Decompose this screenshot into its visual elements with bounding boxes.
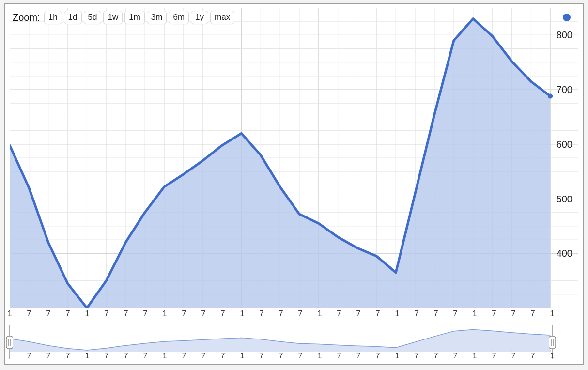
y-tick-400: 400 [557, 248, 573, 259]
x-tick-overview-23: 1 [473, 352, 477, 360]
zoom-1m[interactable]: 1m [124, 11, 145, 24]
x-tick-main-22: 7 [433, 309, 438, 319]
x-tick-main-18: 7 [356, 309, 360, 319]
x-tick-main-3: 7 [65, 309, 70, 319]
y-tick-800: 800 [557, 30, 573, 41]
x-tick-overview-9: 7 [201, 352, 206, 360]
x-tick-main-10: 7 [201, 309, 205, 319]
x-tick-overview-26: 7 [531, 352, 535, 360]
chart-frame: Zoom: 1h 1d 5d 1w 1m 3m 6m 1y max 400500… [4, 3, 584, 365]
y-tick-500: 500 [557, 193, 573, 204]
x-tick-main-6: 7 [124, 309, 128, 319]
x-tick-overview-21: 7 [434, 352, 438, 360]
x-tick-main-2: 7 [46, 309, 50, 319]
x-axis-main: 17771777177717771777177717771 [10, 309, 580, 321]
x-tick-overview-18: 7 [376, 352, 380, 360]
svg-rect-117 [6, 336, 13, 349]
x-tick-main-17: 7 [337, 309, 341, 319]
x-tick-overview-4: 7 [105, 352, 109, 360]
x-tick-overview-19: 1 [395, 352, 400, 360]
y-tick-700: 700 [557, 84, 573, 95]
x-tick-main-25: 7 [492, 309, 496, 319]
x-tick-main-24: 1 [472, 309, 477, 319]
x-tick-main-15: 7 [298, 309, 302, 319]
x-tick-overview-6: 7 [143, 352, 148, 360]
x-tick-overview-1: 7 [46, 352, 51, 360]
x-tick-overview-20: 7 [415, 352, 419, 360]
x-tick-main-0: 1 [7, 309, 12, 319]
x-tick-overview-11: 1 [240, 352, 245, 360]
y-tick-600: 600 [557, 139, 573, 150]
x-tick-overview-0: 7 [27, 352, 31, 360]
overview-chart[interactable] [10, 326, 578, 352]
zoom-1d[interactable]: 1d [64, 11, 82, 24]
x-tick-overview-3: 1 [85, 352, 90, 360]
x-tick-main-9: 7 [182, 309, 186, 319]
x-tick-overview-22: 7 [453, 352, 458, 360]
zoom-max[interactable]: max [210, 11, 234, 24]
zoom-controls: Zoom: 1h 1d 5d 1w 1m 3m 6m 1y max [13, 11, 234, 24]
x-tick-main-21: 7 [414, 309, 418, 319]
legend-series-1-dot [563, 14, 571, 21]
zoom-3m[interactable]: 3m [147, 11, 167, 24]
x-tick-overview-2: 7 [66, 352, 70, 360]
x-tick-overview-13: 7 [279, 352, 283, 360]
x-tick-overview-14: 7 [298, 352, 303, 360]
range-handle-right[interactable] [549, 325, 556, 359]
x-tick-main-23: 7 [453, 309, 457, 319]
zoom-1h[interactable]: 1h [44, 11, 62, 24]
zoom-label: Zoom: [13, 12, 40, 23]
x-tick-overview-5: 7 [124, 352, 128, 360]
x-tick-overview-15: 1 [318, 352, 322, 360]
main-chart[interactable] [10, 8, 578, 308]
x-tick-overview-24: 7 [492, 352, 496, 360]
x-tick-overview-8: 7 [182, 352, 186, 360]
x-tick-main-27: 7 [530, 309, 535, 319]
zoom-6m[interactable]: 6m [169, 11, 189, 24]
x-tick-main-28: 1 [550, 309, 554, 319]
zoom-1w[interactable]: 1w [103, 11, 123, 24]
zoom-1y[interactable]: 1y [191, 11, 208, 24]
svg-point-58 [548, 94, 553, 99]
x-tick-overview-16: 7 [337, 352, 341, 360]
x-tick-main-13: 7 [259, 309, 263, 319]
range-handle-left[interactable] [6, 325, 13, 359]
x-tick-overview-10: 7 [221, 352, 225, 360]
x-tick-main-7: 7 [143, 309, 147, 319]
x-tick-main-16: 1 [317, 309, 322, 319]
x-tick-main-5: 7 [104, 309, 108, 319]
x-tick-main-4: 1 [85, 309, 89, 319]
x-tick-main-20: 1 [395, 309, 399, 319]
x-tick-main-1: 7 [27, 309, 31, 319]
x-tick-overview-7: 1 [163, 352, 167, 360]
x-tick-main-11: 7 [220, 309, 225, 319]
x-tick-overview-12: 7 [260, 352, 264, 360]
x-tick-main-26: 7 [511, 309, 515, 319]
x-tick-main-8: 1 [162, 309, 167, 319]
x-tick-overview-25: 7 [511, 352, 516, 360]
x-tick-main-14: 7 [279, 309, 283, 319]
x-tick-main-19: 7 [375, 309, 380, 319]
x-tick-overview-17: 7 [356, 352, 361, 360]
x-axis-overview: 7771777177717771777177717771 [10, 352, 580, 363]
x-tick-main-12: 1 [240, 309, 244, 319]
svg-rect-121 [549, 336, 556, 349]
zoom-5d[interactable]: 5d [84, 11, 102, 24]
